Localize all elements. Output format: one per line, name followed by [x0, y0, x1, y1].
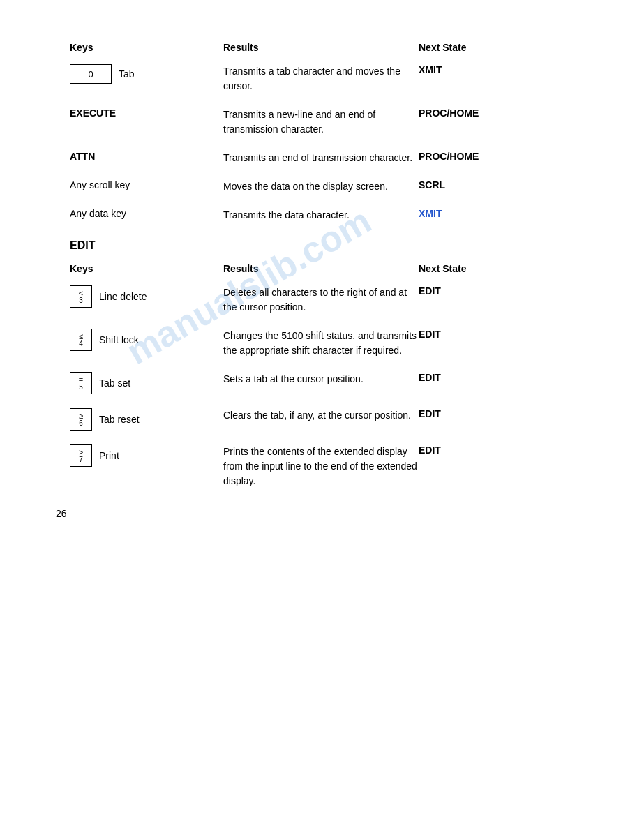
results-cell: Transmits the data character.: [223, 208, 419, 223]
key-bottom-char: 5: [79, 384, 83, 391]
key-bottom-char: 3: [79, 297, 83, 304]
table-row: = 5 Tab set Sets a tab at the cursor pos…: [70, 372, 588, 394]
keys-cell: < 3 Line delete: [70, 285, 223, 308]
key-top-char: ≤: [79, 333, 83, 340]
table-row: < 3 Line delete Deletes all characters t…: [70, 285, 588, 315]
next-state-cell: EDIT: [419, 329, 530, 340]
results-cell: Moves the data on the display screen.: [223, 179, 419, 194]
next-state-cell: PROC/HOME: [419, 107, 530, 119]
keys-cell: > 7 Print: [70, 444, 223, 467]
edit-header-next-state: Next State: [419, 263, 530, 274]
key-box-4: ≤ 4: [70, 329, 92, 351]
keys-cell: ≤ 4 Shift lock: [70, 329, 223, 351]
table-row: Any data key Transmits the data characte…: [70, 208, 588, 223]
edit-header-results: Results: [223, 263, 419, 274]
key-bottom-char: 6: [79, 420, 83, 427]
next-state-cell: PROC/HOME: [419, 151, 530, 162]
table-row: ≥ 6 Tab reset Clears the tab, if any, at…: [70, 408, 588, 431]
key-label-scroll: Any scroll key: [70, 179, 130, 190]
key-top-char: >: [79, 449, 83, 456]
table-row: ATTN Transmits an end of transmission ch…: [70, 151, 588, 165]
table-row: 0 Tab Transmits a tab character and move…: [70, 64, 588, 93]
table-row: ≤ 4 Shift lock Changes the 5100 shift st…: [70, 329, 588, 358]
results-cell: Transmits a tab character and moves the …: [223, 64, 419, 93]
table-row: EXECUTE Transmits a new-line and an end …: [70, 107, 588, 137]
key-top-char: ≥: [79, 412, 83, 420]
results-cell: Changes the 5100 shift status, and trans…: [223, 329, 419, 358]
table-row: Any scroll key Moves the data on the dis…: [70, 179, 588, 194]
key-box-6: ≥ 6: [70, 408, 92, 431]
next-state-cell: XMIT: [419, 208, 530, 219]
key-label-print: Print: [99, 450, 119, 461]
top-table-section: Keys Results Next State 0 Tab Transmits …: [70, 42, 588, 223]
key-box-7: > 7: [70, 444, 92, 467]
next-state-cell: EDIT: [419, 285, 530, 297]
key-bottom-char: 7: [79, 456, 83, 463]
key-label-tab: Tab: [119, 68, 135, 80]
page: manualslib.com Keys Results Next State 0…: [0, 0, 644, 547]
keys-cell: = 5 Tab set: [70, 372, 223, 394]
next-state-cell: EDIT: [419, 444, 530, 456]
top-header-keys: Keys: [70, 42, 223, 53]
edit-table-header: Keys Results Next State: [70, 263, 588, 277]
key-label-datakey: Any data key: [70, 208, 126, 219]
next-state-cell: EDIT: [419, 372, 530, 383]
keys-cell: EXECUTE: [70, 107, 223, 119]
results-cell: Prints the contents of the extended disp…: [223, 444, 419, 488]
edit-header-keys: Keys: [70, 263, 223, 274]
results-cell: Transmits a new-line and an end of trans…: [223, 107, 419, 137]
keys-cell: Any scroll key: [70, 179, 223, 190]
table-row: > 7 Print Prints the contents of the ext…: [70, 444, 588, 488]
next-state-cell: XMIT: [419, 64, 530, 75]
key-top-char: <: [79, 290, 83, 297]
key-label-tab-reset: Tab reset: [99, 414, 140, 425]
key-box-5: = 5: [70, 372, 92, 394]
results-cell: Deletes all characters to the right of a…: [223, 285, 419, 315]
results-cell: Transmits an end of transmission charact…: [223, 151, 419, 165]
page-number: 26: [56, 508, 67, 519]
top-header-next-state: Next State: [419, 42, 530, 53]
key-bottom-char: 4: [79, 340, 83, 347]
keys-cell: ≥ 6 Tab reset: [70, 408, 223, 431]
results-cell: Clears the tab, if any, at the cursor po…: [223, 408, 419, 423]
key-box-0: 0: [70, 64, 112, 84]
key-label-tab-set: Tab set: [99, 377, 130, 389]
key-label-attn: ATTN: [70, 151, 95, 162]
keys-cell: Any data key: [70, 208, 223, 219]
top-table-header: Keys Results Next State: [70, 42, 588, 56]
edit-section: EDIT Keys Results Next State < 3 Line de…: [70, 239, 588, 488]
keys-cell: ATTN: [70, 151, 223, 162]
key-box-3: < 3: [70, 285, 92, 308]
key-label-shift-lock: Shift lock: [99, 334, 139, 345]
keys-cell: 0 Tab: [70, 64, 223, 84]
key-top-char: =: [79, 376, 83, 384]
key-label-line-delete: Line delete: [99, 291, 147, 302]
edit-section-title: EDIT: [70, 239, 588, 252]
results-cell: Sets a tab at the cursor position.: [223, 372, 419, 387]
next-state-cell: EDIT: [419, 408, 530, 419]
next-state-cell: SCRL: [419, 179, 530, 190]
top-header-results: Results: [223, 42, 419, 53]
key-label-execute: EXECUTE: [70, 107, 116, 119]
